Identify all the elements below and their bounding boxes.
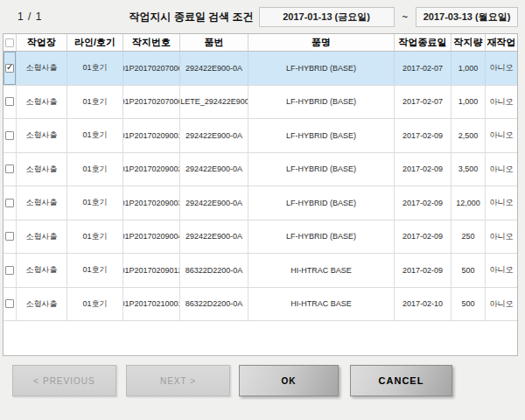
- cell-quantity: 12,000: [452, 186, 486, 220]
- cell-quantity: 3,500: [452, 153, 486, 186]
- column-header-rework[interactable]: 재작업: [486, 34, 517, 51]
- row-checkbox[interactable]: [5, 164, 14, 173]
- cell-end-date: 2017-02-09: [395, 254, 452, 287]
- cell-end-date: 2017-02-07: [395, 52, 452, 85]
- cell-line: 01호기: [67, 119, 123, 152]
- cell-part-no: 292422E900-0A: [180, 153, 248, 186]
- cell-quantity: 1,000: [452, 86, 486, 119]
- row-checkbox[interactable]: [5, 232, 14, 241]
- cell-quantity: 500: [452, 254, 486, 287]
- date-range-separator: ~: [402, 11, 408, 22]
- table-body: 소형사출 01호기 01P20170207006 292422E900-0A L…: [4, 52, 517, 321]
- cell-workplace: 소형사출: [17, 119, 67, 152]
- cell-part-name: HI-HTRAC BASE: [248, 288, 395, 321]
- cell-rework: 아니오: [486, 254, 517, 287]
- cell-end-date: 2017-02-07: [395, 86, 452, 119]
- cell-line: 01호기: [67, 288, 123, 321]
- table-row[interactable]: 소형사출 01호기 01P20170210001 86322D2200-0A H…: [4, 288, 517, 322]
- cell-order-no: 01P20170209004: [123, 220, 180, 254]
- cell-order-no: 01P20170209001: [123, 119, 180, 152]
- cell-line: 01호기: [67, 220, 123, 254]
- cell-line: 01호기: [67, 52, 123, 85]
- column-header-line[interactable]: 라인/호기: [67, 34, 123, 51]
- cell-rework: 아니오: [486, 119, 517, 152]
- cell-part-no: 292422E900-0A: [180, 186, 248, 220]
- cell-rework: 아니오: [486, 220, 517, 254]
- date-to-input[interactable]: 2017-03-13 (월요일): [416, 7, 518, 27]
- row-checkbox[interactable]: [5, 97, 14, 106]
- cell-order-no: 01P20170209002: [123, 153, 180, 186]
- row-checkbox-cell: [4, 254, 17, 287]
- cell-workplace: 소형사출: [17, 86, 67, 119]
- cell-order-no: 01P20170209003: [123, 186, 180, 220]
- cell-rework: 아니오: [486, 52, 517, 85]
- cell-rework: 아니오: [486, 288, 517, 321]
- table-header-row: 작업장 라인/호기 작지번호 품번 품명 작업종료일 작지량 재작업: [4, 34, 517, 52]
- cell-end-date: 2017-02-10: [395, 288, 452, 321]
- row-checkbox-cell: [4, 220, 17, 254]
- cell-workplace: 소형사출: [17, 52, 67, 85]
- cell-quantity: 1,000: [452, 52, 486, 85]
- table-row[interactable]: 소형사출 01호기 01P20170209001 292422E900-0A L…: [4, 119, 517, 153]
- cell-part-no: 292422E900-0A: [180, 52, 248, 85]
- cell-part-name: LF-HYBRID (BASE): [248, 119, 395, 152]
- cell-end-date: 2017-02-09: [395, 186, 452, 220]
- cell-rework: 아니오: [486, 153, 517, 186]
- column-header-order-no[interactable]: 작지번호: [123, 34, 180, 51]
- column-header-part-name[interactable]: 품명: [248, 34, 395, 51]
- row-checkbox[interactable]: [5, 299, 14, 308]
- select-all-checkbox[interactable]: [5, 38, 14, 47]
- row-checkbox-cell: [4, 52, 17, 85]
- cell-workplace: 소형사출: [17, 220, 67, 254]
- table-row[interactable]: 소형사출 01호기 01P20170207006 DELETE_292422E9…: [4, 86, 517, 120]
- cell-workplace: 소형사출: [17, 288, 67, 321]
- cell-part-name: LF-HYBRID (BASE): [248, 220, 395, 254]
- table-row[interactable]: 소형사출 01호기 01P20170209002 292422E900-0A L…: [4, 153, 517, 187]
- column-header-quantity[interactable]: 작지량: [452, 34, 486, 51]
- date-from-input[interactable]: 2017-01-13 (금요일): [259, 7, 395, 27]
- table-row[interactable]: 소형사출 01호기 01P20170209012 86322D2200-0A H…: [4, 254, 517, 288]
- cell-part-name: LF-HYBRID (BASE): [248, 52, 395, 85]
- cell-part-name: HI-HTRAC BASE: [248, 254, 395, 287]
- cell-workplace: 소형사출: [17, 254, 67, 287]
- cell-line: 01호기: [67, 186, 123, 220]
- cell-part-no: 292422E900-0A: [180, 220, 248, 254]
- table-row[interactable]: 소형사출 01호기 01P20170209004 292422E900-0A L…: [4, 220, 517, 255]
- cell-workplace: 소형사출: [17, 186, 67, 220]
- cell-part-name: LF-HYBRID (BASE): [248, 186, 395, 220]
- column-header-workplace[interactable]: 작업장: [17, 34, 67, 51]
- ok-button[interactable]: OK: [239, 365, 339, 396]
- previous-button[interactable]: < PREVIOUS: [12, 365, 116, 396]
- column-header-end-date[interactable]: 작업종료일: [395, 34, 452, 51]
- row-checkbox-cell: [4, 288, 17, 321]
- cell-line: 01호기: [67, 86, 123, 119]
- page-indicator: 1 / 1: [18, 10, 42, 23]
- cell-part-no: 292422E900-0A: [180, 119, 248, 152]
- table-row[interactable]: 소형사출 01호기 01P20170209003 292422E900-0A L…: [4, 186, 517, 220]
- cell-quantity: 250: [452, 220, 486, 254]
- table-empty-area: [4, 321, 517, 355]
- cell-quantity: 2,500: [452, 119, 486, 152]
- cell-end-date: 2017-02-09: [395, 220, 452, 254]
- cell-part-name: LF-HYBRID (BASE): [248, 153, 395, 186]
- search-condition-label: 작업지시 종료일 검색 조건: [130, 10, 254, 24]
- cancel-button[interactable]: CANCEL: [350, 365, 452, 396]
- cell-end-date: 2017-02-09: [395, 119, 452, 152]
- row-checkbox[interactable]: [5, 266, 14, 275]
- cell-line: 01호기: [67, 254, 123, 287]
- row-checkbox[interactable]: [5, 199, 14, 207]
- cell-order-no: 01P20170209012: [123, 254, 180, 287]
- row-checkbox-cell: [4, 186, 17, 220]
- cell-quantity: 500: [452, 288, 486, 321]
- column-header-part-no[interactable]: 품번: [180, 34, 248, 51]
- cell-rework: 아니오: [486, 86, 517, 119]
- next-button[interactable]: NEXT >: [126, 365, 230, 396]
- table-row[interactable]: 소형사출 01호기 01P20170207006 292422E900-0A L…: [4, 52, 517, 86]
- cell-workplace: 소형사출: [17, 153, 67, 186]
- row-checkbox[interactable]: [5, 131, 14, 140]
- top-bar: 1 / 1 작업지시 종료일 검색 조건 2017-01-13 (금요일) ~ …: [0, 0, 525, 33]
- row-checkbox-cell: [4, 86, 17, 119]
- cell-part-no: 86322D2200-0A: [180, 288, 248, 321]
- row-checkbox[interactable]: [5, 64, 14, 73]
- cell-order-no: 01P20170207006: [123, 86, 180, 119]
